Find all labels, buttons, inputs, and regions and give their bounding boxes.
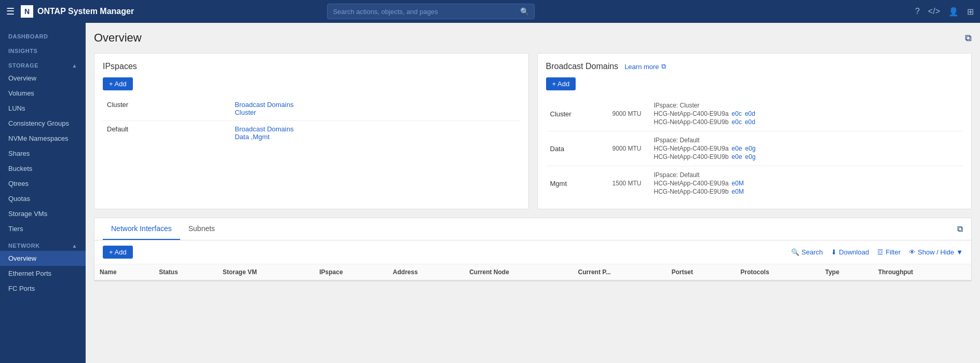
cards-row: IPspaces + Add Cluster Broadcast Domains… xyxy=(94,53,972,209)
bc-port-e0e-1[interactable]: e0e xyxy=(732,145,742,152)
bc-host-row: HCG-NetApp-C400-E9U9b e0M xyxy=(654,188,959,195)
sidebar-item-nvme-namespaces[interactable]: NVMe Namespaces xyxy=(0,131,86,146)
brand: N ONTAP System Manager xyxy=(21,5,134,18)
bc-port-e0c-1[interactable]: e0c xyxy=(732,110,742,117)
col-current-node[interactable]: Current Node xyxy=(464,264,573,280)
search-button[interactable]: 🔍 Search xyxy=(791,248,823,256)
sidebar-item-consistency-groups[interactable]: Consistency Groups xyxy=(0,116,86,131)
ipspace-domains-cluster: Broadcast Domains Cluster xyxy=(230,97,520,121)
bc-info-data: IPspace: Default HCG-NetApp-C400-E9U9a e… xyxy=(650,131,963,166)
col-ipspace[interactable]: IPspace xyxy=(314,264,388,280)
bc-port-e0m-1[interactable]: e0M xyxy=(732,180,744,187)
domains-cluster[interactable]: Cluster xyxy=(235,109,515,116)
bc-port-e0g-2[interactable]: e0g xyxy=(745,153,756,160)
bc-mtu-data: 9000 MTU xyxy=(608,131,650,166)
ni-add-button[interactable]: + Add xyxy=(103,246,133,259)
sidebar-item-qtrees[interactable]: Qtrees xyxy=(0,176,86,191)
ipspace-domains-default: Broadcast Domains Data ,Mgmt xyxy=(230,121,520,145)
tab-subnets[interactable]: Subnets xyxy=(180,218,223,240)
col-current-port[interactable]: Current P... xyxy=(573,264,666,280)
bc-mtu-cluster: 9000 MTU xyxy=(608,97,650,131)
ipspaces-table: Cluster Broadcast Domains Cluster Defaul… xyxy=(103,97,520,145)
bc-port-e0d-1[interactable]: e0d xyxy=(745,110,755,117)
help-icon[interactable]: ? xyxy=(915,7,920,16)
broadcast-domains-link-default[interactable]: Broadcast Domains xyxy=(235,125,515,133)
page-title: Overview xyxy=(94,31,142,45)
show-hide-button[interactable]: 👁 Show / Hide ▼ xyxy=(909,248,963,256)
bc-host-row: HCG-NetApp-C400-E9U9a e0e e0g xyxy=(654,145,959,152)
col-portset[interactable]: Portset xyxy=(666,264,736,280)
external-link-icon: ⧉ xyxy=(661,62,666,71)
filter-button[interactable]: ☲ Filter xyxy=(877,248,901,256)
main-content: Overview ⧉ IPspaces + Add Cluster Broadc… xyxy=(86,23,980,363)
ni-table: Name Status Storage VM IPspace Address C… xyxy=(94,264,971,281)
bc-host-row: HCG-NetApp-C400-E9U9b e0e e0g xyxy=(654,153,959,160)
sidebar-item-fc-ports[interactable]: FC Ports xyxy=(0,281,86,296)
sidebar-section-storage[interactable]: STORAGE ▲ xyxy=(0,56,86,71)
sidebar-section-insights[interactable]: INSIGHTS xyxy=(0,42,86,56)
col-storage-vm[interactable]: Storage VM xyxy=(217,264,314,280)
bc-hostname-1: HCG-NetApp-C400-E9U9a xyxy=(654,110,729,117)
sidebar-item-storage-overview[interactable]: Overview xyxy=(0,71,86,86)
search-input[interactable] xyxy=(333,8,520,16)
storage-chevron-icon: ▲ xyxy=(72,63,77,69)
bc-info-cluster: IPspace: Cluster HCG-NetApp-C400-E9U9a e… xyxy=(650,97,963,131)
ipspaces-card-title: IPspaces xyxy=(103,62,520,71)
ni-toolbar-right: 🔍 Search ⬇ Download ☲ Filter 👁 Show / Hi… xyxy=(791,248,963,256)
table-row: Cluster Broadcast Domains Cluster xyxy=(103,97,520,121)
col-name[interactable]: Name xyxy=(94,264,154,280)
bc-hostname-2: HCG-NetApp-C400-E9U9b xyxy=(654,118,729,126)
sidebar-section-network[interactable]: NETWORK ▲ xyxy=(0,236,86,251)
sidebar: DASHBOARD INSIGHTS STORAGE ▲ Overview Vo… xyxy=(0,23,86,363)
sidebar-item-volumes[interactable]: Volumes xyxy=(0,86,86,101)
col-protocols[interactable]: Protocols xyxy=(736,264,820,280)
sidebar-item-tiers[interactable]: Tiers xyxy=(0,221,86,236)
network-interfaces-section: Network Interfaces Subnets ⧉ + Add 🔍 Sea… xyxy=(94,218,972,281)
code-icon[interactable]: </> xyxy=(928,7,940,16)
download-icon: ⬇ xyxy=(831,248,837,256)
bc-port-e0m-2[interactable]: e0M xyxy=(732,188,744,195)
ipspaces-add-button[interactable]: + Add xyxy=(103,77,133,90)
sidebar-item-storage-vms[interactable]: Storage VMs xyxy=(0,206,86,221)
menu-icon[interactable]: ☰ xyxy=(6,6,15,17)
learn-more-link[interactable]: Learn more ⧉ xyxy=(624,62,665,71)
download-button[interactable]: ⬇ Download xyxy=(831,248,869,256)
sidebar-item-buckets[interactable]: Buckets xyxy=(0,161,86,176)
sidebar-item-luns[interactable]: LUNs xyxy=(0,101,86,116)
tab-network-interfaces[interactable]: Network Interfaces xyxy=(103,218,180,240)
bc-port-e0c-2[interactable]: e0c xyxy=(732,118,742,126)
global-search[interactable]: 🔍 xyxy=(327,4,535,19)
sidebar-section-dashboard[interactable]: DASHBOARD xyxy=(0,27,86,42)
broadcast-domains-card-title: Broadcast Domains Learn more ⧉ xyxy=(546,62,963,71)
bc-port-e0d-2[interactable]: e0d xyxy=(745,118,755,126)
broadcast-domains-add-button[interactable]: + Add xyxy=(546,77,576,90)
col-throughput[interactable]: Throughput xyxy=(873,264,971,280)
bc-hostname-6: HCG-NetApp-C400-E9U9b xyxy=(654,188,729,195)
bc-ipspace-data: IPspace: Default xyxy=(654,137,959,144)
sidebar-item-network-overview[interactable]: Overview xyxy=(0,251,86,266)
app-title: ONTAP System Manager xyxy=(37,7,134,16)
col-type[interactable]: Type xyxy=(820,264,873,280)
sidebar-item-shares[interactable]: Shares xyxy=(0,146,86,161)
bc-hostname-5: HCG-NetApp-C400-E9U9a xyxy=(654,180,729,187)
broadcast-domains-link-cluster[interactable]: Broadcast Domains xyxy=(235,101,515,109)
table-row: Mgmt 1500 MTU IPspace: Default HCG-NetAp… xyxy=(546,166,963,201)
sidebar-item-quotas[interactable]: Quotas xyxy=(0,191,86,206)
bc-port-e0e-2[interactable]: e0e xyxy=(732,153,742,160)
top-nav: ☰ N ONTAP System Manager 🔍 ? </> 👤 ⊞ xyxy=(0,0,980,23)
table-row: Cluster 9000 MTU IPspace: Cluster HCG-Ne… xyxy=(546,97,963,131)
domains-default[interactable]: Data ,Mgmt xyxy=(235,133,515,141)
user-icon[interactable]: 👤 xyxy=(948,7,959,17)
bc-name-data: Data xyxy=(546,131,608,166)
bc-port-e0g-1[interactable]: e0g xyxy=(745,145,756,152)
sidebar-item-ethernet-ports[interactable]: Ethernet Ports xyxy=(0,266,86,281)
expand-icon[interactable]: ⧉ xyxy=(965,33,972,44)
app-layout: DASHBOARD INSIGHTS STORAGE ▲ Overview Vo… xyxy=(0,23,980,363)
col-address[interactable]: Address xyxy=(388,264,464,280)
eye-icon: 👁 xyxy=(909,248,916,256)
col-status[interactable]: Status xyxy=(154,264,217,280)
grid-icon[interactable]: ⊞ xyxy=(967,7,974,17)
bc-name-mgmt: Mgmt xyxy=(546,166,608,201)
broadcast-domains-table: Cluster 9000 MTU IPspace: Cluster HCG-Ne… xyxy=(546,97,963,200)
tab-expand-icon[interactable]: ⧉ xyxy=(957,224,963,234)
